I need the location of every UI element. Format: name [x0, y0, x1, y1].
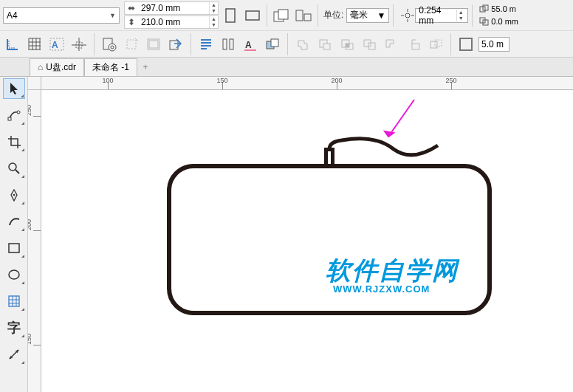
image-frame-button[interactable]: [144, 35, 163, 54]
separator: [191, 33, 191, 55]
spinner-icon[interactable]: ▲▼: [456, 10, 464, 21]
mouse-drawing-object[interactable]: [167, 164, 492, 315]
units-dropdown[interactable]: 毫米 ▼: [346, 8, 389, 23]
svg-rect-34: [323, 44, 330, 49]
nudge-input[interactable]: 0.254 mm ▲▼: [415, 8, 468, 23]
separator: [318, 4, 318, 27]
export-arrow-icon: [168, 38, 183, 51]
zoom-tool[interactable]: [3, 158, 25, 179]
magnifier-icon: [7, 162, 21, 175]
svg-point-46: [13, 194, 15, 196]
align-button[interactable]: [69, 35, 89, 54]
workspace: 字 100 150 200 250 250 200 150: [0, 77, 573, 392]
simplify-icon: [362, 38, 377, 51]
columns-button[interactable]: [219, 35, 238, 54]
duplicate-x-input[interactable]: 55.0 m: [479, 3, 518, 15]
page-width-input[interactable]: ⬌ 297.0 mm ▲▼: [124, 1, 219, 15]
text-outline-button[interactable]: A: [241, 35, 260, 54]
svg-rect-47: [9, 244, 19, 252]
crosshair-align-icon: [72, 38, 86, 51]
vertical-ruler[interactable]: 250 200 150: [28, 90, 41, 392]
crop-button[interactable]: [122, 35, 141, 54]
paper-size-value: A4: [7, 10, 18, 21]
ruler-tick-label: 250: [445, 77, 456, 84]
spinner-icon[interactable]: ▲▼: [209, 16, 218, 28]
document-tabs: ⌂ U盘.cdr 未命名 -1 +: [0, 58, 573, 77]
separator: [94, 33, 95, 55]
grid-button[interactable]: [25, 35, 44, 54]
tab-udisk[interactable]: ⌂ U盘.cdr: [30, 58, 84, 76]
landscape-button[interactable]: [242, 5, 263, 26]
ruler-tick-label: 150: [28, 334, 32, 345]
horizontal-ruler[interactable]: 100 150 200 250: [41, 77, 573, 90]
trim-button[interactable]: [315, 35, 334, 54]
ruler-tick-label: 150: [216, 77, 227, 84]
text-frame-button[interactable]: A: [47, 35, 66, 54]
svg-rect-49: [9, 296, 19, 306]
boundary-icon: [428, 38, 443, 51]
intersect-icon: [340, 38, 354, 51]
ellipse-tool[interactable]: [3, 264, 25, 285]
text-a-frame-icon: A: [49, 38, 64, 51]
arrow-cursor-icon: [9, 82, 19, 95]
export-button[interactable]: [166, 35, 185, 54]
tab-untitled[interactable]: 未命名 -1: [84, 58, 137, 76]
tab-add-button[interactable]: +: [137, 62, 154, 72]
outline-rect-button[interactable]: [456, 35, 476, 54]
nudge-icon: [400, 8, 415, 23]
portrait-button[interactable]: [220, 5, 241, 26]
artistic-media-tool[interactable]: [3, 211, 25, 232]
units-label: 单位:: [323, 9, 343, 21]
grid-icon: [28, 38, 41, 51]
simplify-button[interactable]: [360, 35, 379, 54]
weld-icon: [295, 38, 310, 51]
duplicate-y-value: 0.0 mm: [491, 17, 518, 26]
text-tool[interactable]: 字: [3, 317, 25, 338]
ruler-origin[interactable]: [28, 77, 41, 90]
pen-nib-icon: [7, 188, 21, 202]
intersect-button[interactable]: [337, 35, 357, 54]
current-page-button[interactable]: [293, 5, 314, 26]
front-minus-back-button[interactable]: [382, 35, 401, 54]
svg-text:A: A: [52, 40, 58, 50]
pages-overlap-icon: [273, 9, 289, 22]
svg-rect-41: [435, 40, 442, 47]
paragraph-button[interactable]: [196, 35, 216, 54]
snap-pixels-button[interactable]: [3, 35, 22, 54]
outline-width-input[interactable]: 5.0 m: [478, 37, 509, 52]
crop-tool[interactable]: [3, 131, 25, 152]
options-button[interactable]: [100, 35, 119, 54]
page-height-input[interactable]: ⬍ 210.0 mm ▲▼: [124, 16, 219, 29]
svg-rect-32: [271, 39, 278, 47]
standard-toolbar: A A 5.0 m: [0, 31, 573, 58]
separator: [472, 4, 473, 27]
svg-rect-37: [346, 44, 349, 47]
cable-connector-icon: [324, 148, 334, 164]
page-height-value: 210.0 mm: [138, 17, 209, 27]
freehand-tool[interactable]: [3, 185, 25, 205]
polygon-tool[interactable]: [3, 291, 25, 312]
shape-tool[interactable]: [3, 105, 25, 125]
drawing-canvas[interactable]: 软件自学网 WWW.RJZXW.COM: [41, 90, 573, 392]
ruler-tick-label: 200: [28, 219, 32, 230]
all-pages-button[interactable]: [271, 5, 292, 26]
rectangle-tool[interactable]: [3, 238, 25, 258]
chevron-down-icon: ▼: [109, 12, 116, 19]
pages-align-baseline-icon: [295, 9, 312, 22]
dimension-line-icon: [7, 348, 21, 361]
parallel-dimension-tool[interactable]: [3, 344, 25, 365]
svg-point-48: [9, 270, 19, 279]
duplicate-y-input[interactable]: 0.0 mm: [479, 16, 518, 27]
ruler-l-icon: [5, 37, 20, 52]
back-minus-front-button[interactable]: [404, 35, 423, 54]
canvas-area: 100 150 200 250 250 200 150: [28, 77, 573, 392]
weld-button[interactable]: [293, 35, 312, 54]
svg-rect-3: [278, 10, 288, 19]
columns-icon: [222, 38, 235, 51]
boundary-button[interactable]: [426, 35, 445, 54]
pick-tool[interactable]: [3, 78, 25, 99]
spinner-icon[interactable]: ▲▼: [209, 2, 218, 14]
paper-size-dropdown[interactable]: A4 ▼: [3, 7, 120, 24]
logo-url-text: WWW.RJZXW.COM: [333, 283, 430, 295]
overlap-button[interactable]: [263, 35, 282, 54]
